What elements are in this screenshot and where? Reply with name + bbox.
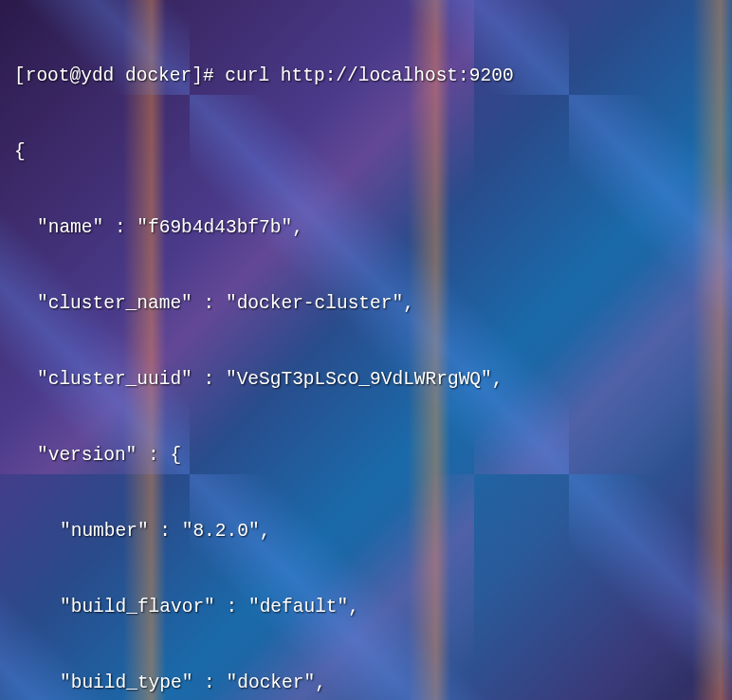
json-build-flavor-field: "build_flavor" : "default",	[14, 588, 718, 626]
json-open-brace: {	[14, 133, 718, 171]
json-cluster-name-field: "cluster_name" : "docker-cluster",	[14, 285, 718, 322]
json-name-field: "name" : "f69b4d43bf7b",	[14, 209, 718, 247]
json-version-open: "version" : {	[14, 436, 718, 474]
terminal-output: [root@ydd docker]# curl http://localhost…	[0, 0, 732, 700]
command-prompt-line: [root@ydd docker]# curl http://localhost…	[14, 57, 718, 95]
json-cluster-uuid-field: "cluster_uuid" : "VeSgT3pLScO_9VdLWRrgWQ…	[14, 360, 718, 398]
json-build-type-field: "build_type" : "docker",	[14, 664, 718, 700]
json-version-number-field: "number" : "8.2.0",	[14, 512, 718, 550]
